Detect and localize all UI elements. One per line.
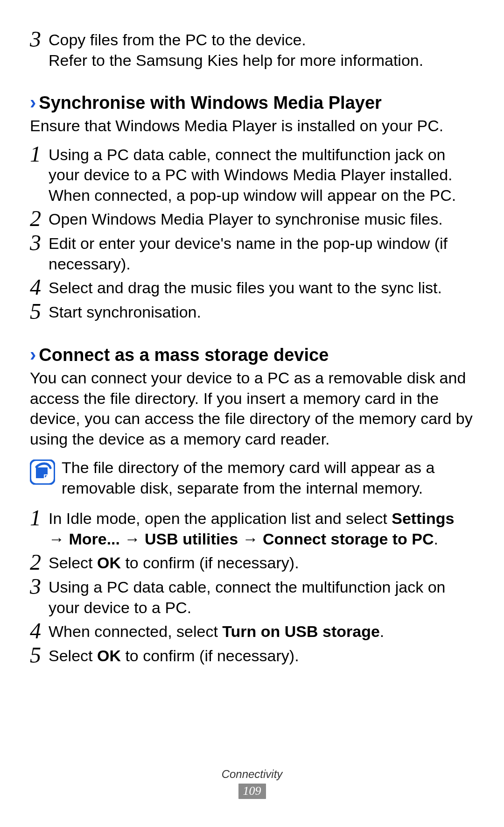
chevron-icon: › — [30, 93, 36, 112]
page-footer: Connectivity 109 — [0, 768, 504, 799]
note-text: The file directory of the memory card wi… — [62, 458, 474, 498]
bold-run: OK — [97, 647, 121, 664]
step-number: 1 — [30, 143, 49, 165]
section-heading-wmp: ›Synchronise with Windows Media Player — [30, 93, 474, 113]
list-item: 3 Edit or enter your device's name in th… — [30, 233, 474, 274]
section-heading-mass-storage: ›Connect as a mass storage device — [30, 345, 474, 365]
list-item: 5 Start synchronisation. — [30, 302, 474, 323]
bold-run: OK — [97, 554, 121, 572]
list-item: 1 Using a PC data cable, connect the mul… — [30, 145, 474, 206]
step-number: 3 — [30, 575, 49, 598]
step-text: Open Windows Media Player to synchronise… — [49, 209, 474, 230]
heading-text: Connect as a mass storage device — [39, 345, 329, 365]
text-run: Select — [49, 647, 97, 664]
step-number: 4 — [30, 276, 49, 298]
section-intro: You can connect your device to a PC as a… — [30, 368, 474, 449]
step-text: Using a PC data cable, connect the multi… — [49, 145, 474, 206]
step-number: 3 — [30, 232, 49, 254]
step-number: 5 — [30, 300, 49, 323]
list-item: 1In Idle mode, open the application list… — [30, 509, 474, 549]
list-item: 5Select OK to confirm (if necessary). — [30, 646, 474, 666]
text-run: Select — [49, 554, 97, 572]
step-text: Select OK to confirm (if necessary). — [49, 553, 474, 573]
text-run: . — [380, 622, 384, 640]
note-callout: The file directory of the memory card wi… — [30, 458, 474, 498]
step-number: 1 — [30, 507, 49, 529]
list-item: 3Using a PC data cable, connect the mult… — [30, 577, 474, 618]
step-number: 5 — [30, 644, 49, 666]
list-item: 4When connected, select Turn on USB stor… — [30, 622, 474, 642]
list-item: 2Select OK to confirm (if necessary). — [30, 553, 474, 573]
chevron-icon: › — [30, 345, 36, 364]
step-text: Select and drag the music files you want… — [49, 278, 474, 298]
step-text: Start synchronisation. — [49, 302, 474, 323]
step-text: When connected, select Turn on USB stora… — [49, 622, 474, 642]
wmp-steps: 1 Using a PC data cable, connect the mul… — [30, 145, 474, 323]
list-item: 3 Copy files from the PC to the device. … — [30, 30, 474, 71]
text-run: In Idle mode, open the application list … — [49, 509, 392, 527]
page-number: 109 — [238, 784, 266, 799]
text-run: to confirm (if necessary). — [121, 554, 299, 572]
text-run: Using a PC data cable, connect the multi… — [49, 578, 445, 616]
step-number: 4 — [30, 620, 49, 642]
note-icon — [30, 459, 55, 485]
text-run: to confirm (if necessary). — [121, 647, 299, 664]
step-text: Select OK to confirm (if necessary). — [49, 646, 474, 666]
step-number: 2 — [30, 551, 49, 573]
step-text: Using a PC data cable, connect the multi… — [49, 577, 474, 618]
step-number: 3 — [30, 28, 49, 50]
manual-page: 3 Copy files from the PC to the device. … — [0, 0, 504, 827]
text-run: . — [434, 530, 438, 548]
continuation-list: 3 Copy files from the PC to the device. … — [30, 30, 474, 71]
bold-run: Turn on USB storage — [222, 622, 380, 640]
heading-text: Synchronise with Windows Media Player — [39, 93, 382, 113]
step-number: 2 — [30, 207, 49, 230]
text-run: When connected, select — [49, 622, 222, 640]
footer-section-label: Connectivity — [0, 768, 504, 781]
step-text: In Idle mode, open the application list … — [49, 509, 474, 549]
list-item: 4 Select and drag the music files you wa… — [30, 278, 474, 298]
step-text: Edit or enter your device's name in the … — [49, 233, 474, 274]
section-intro: Ensure that Windows Media Player is inst… — [30, 116, 474, 136]
list-item: 2 Open Windows Media Player to synchroni… — [30, 209, 474, 230]
mass-storage-steps: 1In Idle mode, open the application list… — [30, 509, 474, 666]
text-line: Refer to the Samsung Kies help for more … — [49, 51, 423, 69]
step-text: Copy files from the PC to the device. Re… — [49, 30, 474, 71]
text-line: Copy files from the PC to the device. — [49, 31, 306, 49]
